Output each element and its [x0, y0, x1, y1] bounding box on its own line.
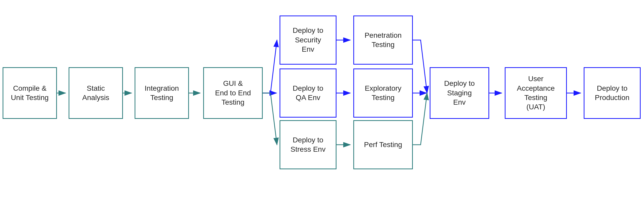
node-pen-testing: PenetrationTesting — [353, 16, 413, 65]
node-gui: GUI &End to EndTesting — [203, 67, 263, 119]
node-deploy-prod: Deploy toProduction — [584, 67, 641, 119]
node-deploy-security: Deploy toSecurityEnv — [280, 16, 336, 65]
node-deploy-qa: Deploy toQA Env — [280, 68, 336, 118]
node-perf-testing: Perf Testing — [353, 120, 413, 169]
node-uat: UserAcceptanceTesting(UAT) — [505, 67, 567, 119]
node-deploy-stress: Deploy toStress Env — [280, 120, 336, 169]
node-exploratory: ExploratoryTesting — [353, 68, 413, 118]
node-compile: Compile &Unit Testing — [3, 67, 57, 119]
node-integration: IntegrationTesting — [135, 67, 189, 119]
node-static: StaticAnalysis — [69, 67, 123, 119]
pipeline-diagram: Compile &Unit TestingStaticAnalysisInteg… — [0, 0, 644, 199]
node-deploy-staging: Deploy toStagingEnv — [430, 67, 489, 119]
